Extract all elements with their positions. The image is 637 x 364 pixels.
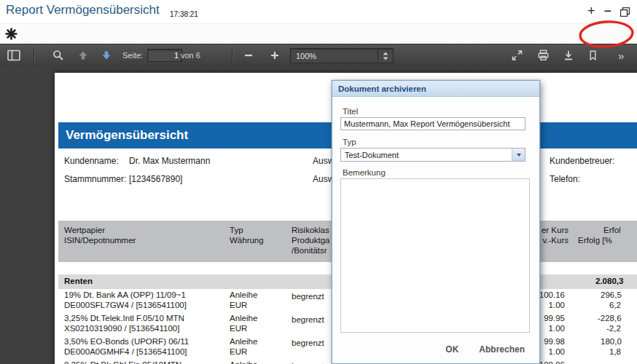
zoom-out-icon[interactable] [243,44,254,66]
dropdown-arrow-button[interactable] [512,149,525,161]
restore-window-icon[interactable] [620,7,630,20]
window-titlebar: Report Vermögensübersicht 17:38:21 + − [0,0,637,24]
ok-button[interactable]: OK [445,344,458,355]
security-isin: DE000A0GMHF4 / [5136541100] [64,347,187,356]
pdf-toolbar: Seite: von 6 100% » [0,44,637,67]
page-label: Seite: [122,44,143,66]
col-wertpapier: Wertpapier [64,226,105,234]
stammnummer-value: [1234567890] [129,174,182,184]
security-typ: Anleihe [230,314,257,323]
stammnummer-label: Stammnummer: [64,174,126,184]
typ-label: Typ [343,138,356,146]
security-name: 3,50% EO-Bonds (UPORF) 06/11 [64,337,189,346]
security-erfolg-pct: 1,8 [609,347,621,356]
add-tab-icon[interactable]: + [587,2,595,20]
col-produktgattung: Produktga [292,236,329,245]
window-title: Report Vermögensübersicht [6,3,160,17]
chevron-down-icon [517,154,521,157]
col-bonitaet: /Bonitätsr [292,246,327,255]
security-name: 0,25% Dt.Bk Gbl Fin 05/10MTN [64,360,181,364]
bemerkung-label: Bemerkung [343,168,386,177]
titel-input[interactable] [340,117,525,130]
col-erfolg: Erfol [603,226,621,234]
security-typ: Anleihe [230,337,257,346]
action-bar [0,23,637,44]
typ-select-value: Test-Dokument [341,151,512,159]
dialog-buttons: OK Abbrechen [445,344,525,355]
kundenbetreuer-label: Kundenbetreuer: [550,156,614,166]
zoom-select-arrows-icon [378,49,393,63]
minimize-icon[interactable]: − [603,2,611,20]
security-currency: EUR [230,301,247,309]
security-typ: Anleihe [230,360,257,364]
security-erfolg-pct: -2,2 [606,324,621,333]
archive-dialog: Dokument archivieren Titel Typ Test-Doku… [332,80,540,364]
kundenname-label: Kundenname: [64,156,119,166]
toolbar-separator [232,48,232,63]
security-erfolg-pct: 6,2 [609,301,621,309]
security-erfolg: 180,0 [601,337,622,346]
col-typ: Typ [230,226,243,234]
dialog-title[interactable]: Dokument archivieren [332,81,539,97]
more-tools-icon[interactable]: » [618,44,624,66]
security-erfolg: 296,5 [601,290,622,299]
print-icon[interactable] [537,44,550,66]
section-label: Renten [64,277,93,285]
settings-gear-icon[interactable] [5,28,17,43]
security-typ: Anleihe [230,290,257,299]
security-isin: XS0210319090 / [5136541100] [64,324,179,333]
presentation-mode-icon[interactable] [511,44,523,66]
bookmark-icon[interactable] [587,44,598,66]
security-erfolg: -228,6 [598,314,622,323]
typ-select[interactable]: Test-Dokument [340,148,525,162]
search-icon[interactable] [52,44,64,66]
toolbar-separator [34,48,34,63]
col-isin: ISIN/Depotnummer [64,236,136,245]
security-isin: DE000SFL7GW4 / [5136541100] [64,301,187,309]
auswertung-label: Ausw [313,174,334,184]
previous-page-icon[interactable] [77,44,89,66]
security-currency: EUR [230,347,247,356]
sidebar-toggle-icon[interactable] [7,44,21,66]
window-controls: + − [587,2,630,20]
zoom-in-icon[interactable] [270,44,280,66]
col-waehrung: Währung [230,236,264,245]
auswertung-label: Ausw [313,156,334,166]
col-erfolg-pct: Erfolg [% [578,236,612,245]
security-risk: begrenzt [292,315,324,324]
security-name: 3,25% Dt.Telek.Intl F.05/10 MTN [64,314,184,323]
zoom-select[interactable]: 100% [290,48,394,63]
bemerkung-textarea[interactable] [340,178,530,333]
security-risk: begrenzt [292,292,324,301]
col-risikoklasse: Risikoklas [292,226,329,234]
report-timestamp: 17:38:21 [170,10,198,18]
kundenname-value: Dr. Max Mustermann [129,156,210,166]
security-risk: begrenzt [292,339,324,347]
security-currency: EUR [230,324,247,333]
security-name: 19% Dt. Bank AA (OPP) 11/09~1 [64,290,186,299]
telefon-label: Telefon: [550,174,580,184]
page-number-input[interactable] [147,49,182,62]
pdf-viewer[interactable]: Vermögensübersicht Kundenname: Dr. Max M… [0,66,637,364]
next-page-icon[interactable] [101,44,112,66]
section-total: 2.080,3 [595,277,623,285]
cancel-button[interactable]: Abbrechen [479,344,525,355]
page-count-label: von 6 [181,44,200,66]
download-icon[interactable] [563,44,574,66]
titel-label: Titel [343,107,358,116]
zoom-value: 100% [291,52,378,60]
